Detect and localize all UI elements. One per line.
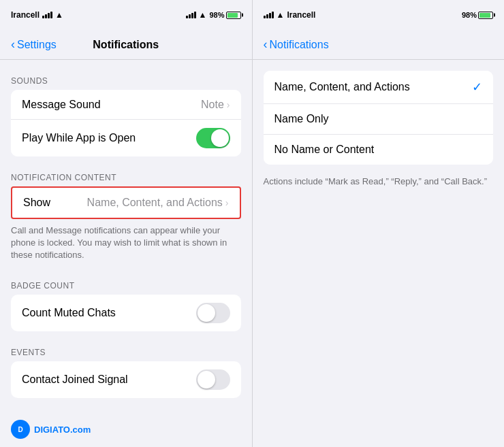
carrier-right: Irancell	[287, 10, 315, 20]
right-panel: ▲ Irancell 98% ‹ Notifications Name, Con…	[253, 0, 505, 447]
show-value-text: Name, Content, and Actions	[87, 197, 223, 209]
toggle-knob-contact	[198, 371, 215, 388]
status-bar-right-right-content: 98%	[462, 11, 493, 19]
signal-bars-left	[42, 12, 52, 18]
show-chevron: ›	[225, 197, 229, 208]
contact-joined-label: Contact Joined Signal	[22, 374, 128, 386]
carrier-left: Irancell	[11, 10, 40, 20]
count-muted-label: Count Muted Chats	[22, 307, 116, 319]
show-value: Name, Content, and Actions ›	[87, 197, 229, 209]
message-sound-item[interactable]: Message Sound Note ›	[11, 90, 241, 120]
opt-name-content-actions-label: Name, Content, and Actions	[274, 81, 410, 93]
notif-description: Call and Message notifications can appea…	[0, 222, 252, 270]
play-while-open-label: Play While App is Open	[22, 132, 136, 144]
battery-fill-right	[479, 13, 490, 18]
contact-joined-toggle[interactable]	[196, 369, 230, 390]
back-label-right: Notifications	[270, 39, 329, 51]
back-button-left[interactable]: ‹ Settings	[11, 38, 57, 52]
events-group: Contact Joined Signal	[11, 361, 241, 398]
back-label-left: Settings	[17, 39, 57, 51]
status-bar-left: Irancell ▲ ▲ 98%	[0, 0, 252, 30]
battery-fill-left	[227, 13, 238, 18]
opt-no-name-label: No Name or Content	[274, 144, 375, 156]
nav-bar-right: ‹ Notifications	[253, 30, 505, 60]
toggle-knob-count	[198, 304, 215, 322]
actions-note: Actions include “Mark as Read,” “Reply,”…	[253, 170, 505, 196]
checkmark-name-content-actions: ✓	[472, 80, 482, 95]
badge-group: Count Muted Chats	[11, 295, 241, 331]
watermark-circle: D	[11, 420, 30, 439]
show-content-item[interactable]: Show Name, Content, and Actions ›	[12, 188, 240, 218]
left-content: SOUNDS Message Sound Note › Play While A…	[0, 60, 252, 414]
status-bar-right: ▲ Irancell 98%	[253, 0, 505, 30]
signal-bars-right-left	[186, 12, 196, 18]
signal-bars-right	[264, 12, 274, 18]
opt-name-only-item[interactable]: Name Only	[264, 104, 494, 135]
battery-icon-right	[478, 12, 493, 19]
status-bar-right-left-content: ▲ Irancell	[264, 10, 316, 20]
back-chevron-right: ‹	[264, 37, 268, 52]
count-muted-toggle[interactable]	[196, 303, 230, 323]
show-label: Show	[23, 197, 50, 209]
count-muted-item: Count Muted Chats	[11, 295, 241, 331]
opt-no-name-item[interactable]: No Name or Content	[264, 135, 494, 165]
wifi-icon-left: ▲	[55, 10, 63, 20]
nav-title-left: Notifications	[93, 39, 159, 51]
left-footer: D DIGIATO.com	[0, 414, 252, 447]
opt-name-only-label: Name Only	[274, 113, 329, 125]
wifi-icon-right: ▲	[277, 10, 285, 20]
options-group: Name, Content, and Actions ✓ Name Only N…	[264, 71, 494, 165]
section-header-badge: BADGE COUNT	[0, 270, 252, 295]
battery-icon-left	[226, 12, 241, 19]
left-panel: Irancell ▲ ▲ 98%	[0, 0, 253, 447]
watermark-abbr: D	[18, 426, 22, 433]
status-bar-left-content: Irancell ▲	[11, 10, 63, 20]
highlighted-show-row[interactable]: Show Name, Content, and Actions ›	[11, 186, 241, 219]
nav-bar-left: ‹ Settings Notifications	[0, 30, 252, 60]
message-sound-value-text: Note	[201, 99, 224, 111]
section-header-events: EVENTS	[0, 337, 252, 361]
wifi-icon-right-left: ▲	[199, 10, 207, 20]
back-chevron-left: ‹	[11, 37, 15, 52]
section-header-sounds: SOUNDS	[0, 65, 252, 90]
battery-right: 98%	[462, 11, 493, 19]
message-sound-label: Message Sound	[22, 99, 101, 111]
watermark-text: DIGIATO.com	[34, 425, 91, 435]
play-while-open-toggle[interactable]	[196, 128, 230, 148]
message-sound-value: Note ›	[201, 99, 230, 111]
opt-name-content-actions-item[interactable]: Name, Content, and Actions ✓	[264, 71, 494, 104]
section-header-notif-content: NOTIFICATION CONTENT	[0, 162, 252, 186]
play-while-open-item: Play While App is Open	[11, 120, 241, 156]
toggle-knob-play	[211, 129, 229, 147]
watermark: D DIGIATO.com	[0, 414, 252, 444]
battery-left: 98%	[209, 11, 240, 19]
contact-joined-item: Contact Joined Signal	[11, 361, 241, 398]
message-sound-chevron: ›	[227, 99, 230, 110]
right-content: Name, Content, and Actions ✓ Name Only N…	[253, 60, 505, 447]
status-bar-right-content: ▲ 98%	[186, 10, 241, 20]
back-button-right[interactable]: ‹ Notifications	[264, 38, 329, 52]
sounds-group: Message Sound Note › Play While App is O…	[11, 90, 241, 156]
